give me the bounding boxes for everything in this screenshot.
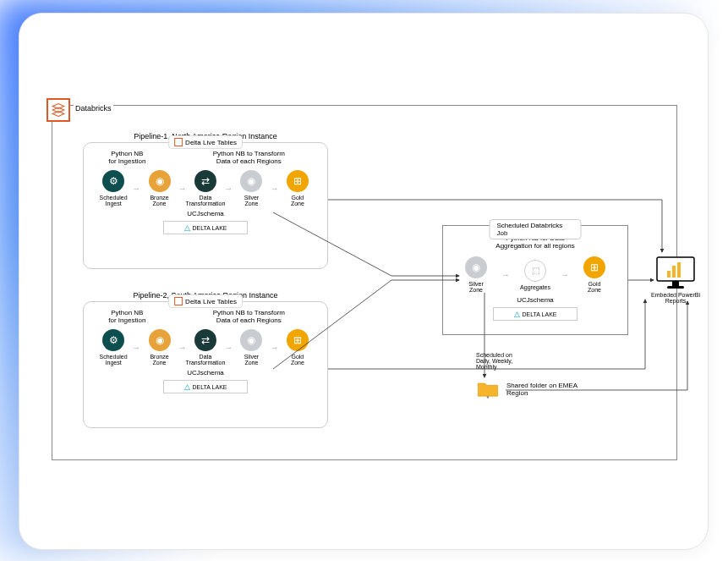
pipeline1-sublabel1: Python NB for Ingestion <box>92 150 162 165</box>
pipeline1-node-ingest: ⚙Scheduled Ingest <box>93 170 134 206</box>
pipeline2-dlt-badge: Delta Live Tables <box>168 294 243 308</box>
pipeline2-box: Delta Live Tables Python NB for Ingestio… <box>83 301 328 428</box>
job-flow: ◉Silver Zone → ⬚Aggregates → ⊞Gold Zone <box>443 256 627 293</box>
scheduled-job-box: Scheduled Databricks Job Python NB for D… <box>442 225 628 335</box>
pipeline1-dlt-badge: Delta Live Tables <box>168 135 243 149</box>
delta-icon: △ <box>184 223 190 232</box>
pipeline2-delta-badge: △ DELTA LAKE <box>163 380 248 393</box>
dlt-label: Delta Live Tables <box>185 298 237 305</box>
pipeline2-node-silver: ◉Silver Zone <box>231 329 271 366</box>
delta-icon: △ <box>184 382 190 391</box>
job-node-agg: ⬚Aggregates <box>515 260 556 290</box>
pipeline2-ucj: UCJschema <box>84 369 327 377</box>
pipeline1-flow: ⚙Scheduled Ingest → ◉Bronze Zone → ⇄Data… <box>84 170 327 206</box>
databricks-icon <box>47 98 70 122</box>
folder-label: Shared folder on EMEA Region <box>506 382 583 397</box>
svg-rect-6 <box>667 286 684 289</box>
pipeline1-delta-badge: △ DELTA LAKE <box>163 221 248 234</box>
schedule-text: Scheduled on Daily, Weekly, Monthly <box>476 352 527 370</box>
arrow-icon: → <box>561 270 569 279</box>
pipeline1-ucj: UCJschema <box>84 210 327 217</box>
svg-rect-2 <box>667 271 671 278</box>
job-delta-badge: △ DELTA LAKE <box>493 307 577 321</box>
dlt-label: Delta Live Tables <box>185 139 237 146</box>
monitor-label: Embeded PowerBi Reports <box>650 292 701 304</box>
pipeline2-node-ingest: ⚙Scheduled Ingest <box>93 329 134 366</box>
delta-icon: △ <box>514 310 520 318</box>
svg-rect-5 <box>672 281 679 286</box>
dlt-icon <box>174 138 183 146</box>
pipeline1-node-transform: ⇄Data Transformation <box>185 170 226 206</box>
pipeline2-flow: ⚙Scheduled Ingest → ◉Bronze Zone → ⇄Data… <box>84 329 327 366</box>
pipeline1-node-silver: ◉Silver Zone <box>231 170 271 206</box>
job-node-silver: ◉Silver Zone <box>456 256 496 293</box>
pipeline2-node-transform: ⇄Data Transformation <box>185 329 226 366</box>
folder-icon <box>476 379 500 403</box>
arrow-icon: → <box>501 270 510 279</box>
svg-rect-0 <box>487 396 489 398</box>
shared-folder: Shared folder on EMEA Region <box>476 379 620 403</box>
databricks-label: Databricks <box>74 104 113 113</box>
job-ucj: UCJschema <box>443 296 627 304</box>
svg-rect-3 <box>672 266 676 278</box>
pipeline2-sublabel2: Python NB to Transform Data of each Regi… <box>179 309 319 324</box>
job-title: Scheduled Databricks Job <box>490 219 582 239</box>
dlt-icon <box>174 297 183 305</box>
pipeline1-box: Delta Live Tables Python NB for Ingestio… <box>83 142 328 269</box>
pipeline1-node-bronze: ◉Bronze Zone <box>140 170 180 206</box>
svg-rect-4 <box>677 262 681 278</box>
monitor-icon <box>655 256 696 291</box>
pipeline1-sublabel2: Python NB to Transform Data of each Regi… <box>179 150 319 165</box>
powerbi-monitor: Embeded PowerBi Reports <box>650 256 701 304</box>
pipeline2-sublabel1: Python NB for Ingestion <box>92 309 162 324</box>
job-node-gold: ⊞Gold Zone <box>574 256 615 293</box>
pipeline1-node-gold: ⊞Gold Zone <box>277 170 318 206</box>
pipeline2-node-gold: ⊞Gold Zone <box>277 329 318 366</box>
pipeline2-node-bronze: ◉Bronze Zone <box>140 329 180 366</box>
